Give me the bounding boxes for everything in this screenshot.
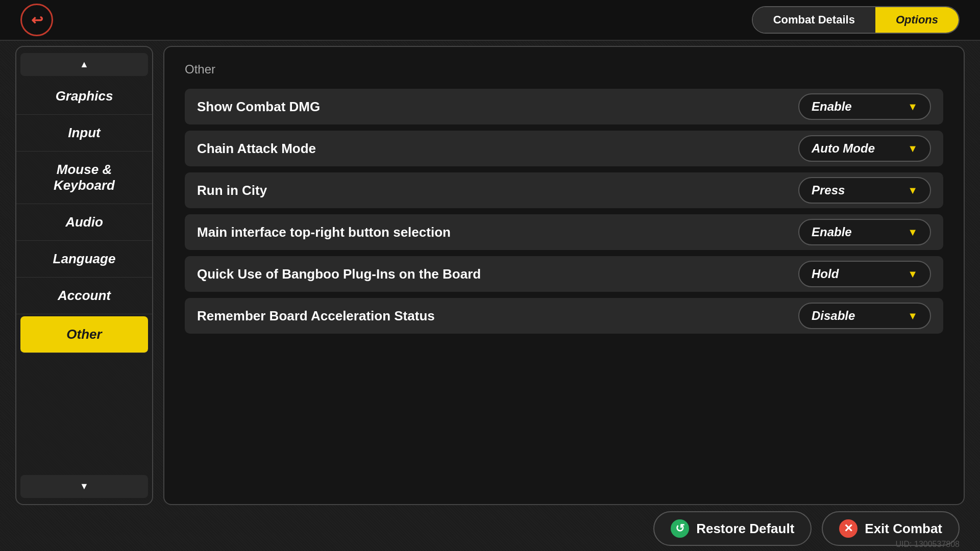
scroll-up-icon: ▲ (80, 59, 89, 70)
sidebar-item-mouse-keyboard[interactable]: Mouse & Keyboard (16, 152, 152, 204)
exit-combat-label: Exit Combat (865, 521, 942, 537)
sidebar-item-account[interactable]: Account (16, 278, 152, 314)
sidebar-item-language[interactable]: Language (16, 241, 152, 278)
main-layout: ▲ Graphics Input Mouse & Keyboard Audio … (15, 46, 965, 505)
sidebar-item-input[interactable]: Input (16, 115, 152, 152)
setting-dropdown-remember-board-acceleration[interactable]: Disable ▼ (798, 303, 931, 329)
settings-list: Show Combat DMG Enable ▼ Chain Attack Mo… (185, 89, 943, 334)
tab-combat-details[interactable]: Combat Details (753, 7, 875, 33)
restore-default-icon: ↺ (671, 519, 689, 538)
setting-value-run-in-city: Press (812, 183, 845, 197)
topbar: ↩ Combat Details Options (0, 0, 980, 41)
setting-row-show-combat-dmg: Show Combat DMG Enable ▼ (185, 89, 943, 124)
dropdown-arrow-chain-attack-mode: ▼ (908, 143, 918, 155)
setting-value-remember-board-acceleration: Disable (812, 309, 855, 323)
dropdown-arrow-remember-board-acceleration: ▼ (908, 310, 918, 322)
setting-dropdown-run-in-city[interactable]: Press ▼ (798, 177, 931, 204)
setting-dropdown-main-interface-top-right[interactable]: Enable ▼ (798, 219, 931, 245)
content-panel: Other Show Combat DMG Enable ▼ Chain Att… (163, 46, 965, 505)
section-title: Other (185, 62, 943, 77)
setting-label-quick-use-bangboo: Quick Use of Bangboo Plug-Ins on the Boa… (197, 266, 798, 282)
tab-options[interactable]: Options (875, 7, 959, 33)
dropdown-arrow-quick-use-bangboo: ▼ (908, 268, 918, 280)
setting-dropdown-quick-use-bangboo[interactable]: Hold ▼ (798, 261, 931, 287)
restore-default-button[interactable]: ↺ Restore Default (653, 511, 812, 546)
dropdown-arrow-run-in-city: ▼ (908, 185, 918, 196)
sidebar-scroll-down-button[interactable]: ▼ (20, 475, 148, 498)
setting-label-remember-board-acceleration: Remember Board Acceleration Status (197, 308, 798, 324)
bottombar: ↺ Restore Default ✕ Exit Combat UID: 130… (0, 506, 980, 551)
setting-label-show-combat-dmg: Show Combat DMG (197, 99, 798, 115)
sidebar-item-other[interactable]: Other (20, 316, 148, 353)
restore-default-label: Restore Default (696, 521, 794, 537)
setting-row-chain-attack-mode: Chain Attack Mode Auto Mode ▼ (185, 131, 943, 166)
dropdown-arrow-main-interface-top-right: ▼ (908, 227, 918, 238)
setting-row-main-interface-top-right: Main interface top-right button selectio… (185, 214, 943, 250)
scroll-down-icon: ▼ (80, 481, 89, 492)
uid-text: UID: 1300537808 (896, 540, 960, 549)
setting-label-chain-attack-mode: Chain Attack Mode (197, 141, 798, 157)
setting-value-chain-attack-mode: Auto Mode (812, 141, 875, 156)
sidebar-items: Graphics Input Mouse & Keyboard Audio La… (16, 78, 152, 473)
sidebar-scroll-up-button[interactable]: ▲ (20, 53, 148, 76)
sidebar-item-audio[interactable]: Audio (16, 204, 152, 241)
back-button[interactable]: ↩ (20, 4, 53, 36)
setting-value-quick-use-bangboo: Hold (812, 267, 839, 281)
sidebar-item-graphics[interactable]: Graphics (16, 78, 152, 115)
dropdown-arrow-show-combat-dmg: ▼ (908, 101, 918, 113)
setting-label-main-interface-top-right: Main interface top-right button selectio… (197, 224, 798, 240)
setting-row-remember-board-acceleration: Remember Board Acceleration Status Disab… (185, 298, 943, 334)
setting-label-run-in-city: Run in City (197, 183, 798, 198)
sidebar: ▲ Graphics Input Mouse & Keyboard Audio … (15, 46, 153, 505)
back-icon: ↩ (31, 12, 43, 29)
setting-value-main-interface-top-right: Enable (812, 225, 852, 239)
setting-dropdown-chain-attack-mode[interactable]: Auto Mode ▼ (798, 135, 931, 162)
exit-combat-icon: ✕ (839, 519, 857, 538)
nav-tabs: Combat Details Options (752, 6, 960, 34)
setting-row-quick-use-bangboo: Quick Use of Bangboo Plug-Ins on the Boa… (185, 256, 943, 292)
setting-value-show-combat-dmg: Enable (812, 99, 852, 114)
setting-row-run-in-city: Run in City Press ▼ (185, 172, 943, 208)
setting-dropdown-show-combat-dmg[interactable]: Enable ▼ (798, 93, 931, 120)
